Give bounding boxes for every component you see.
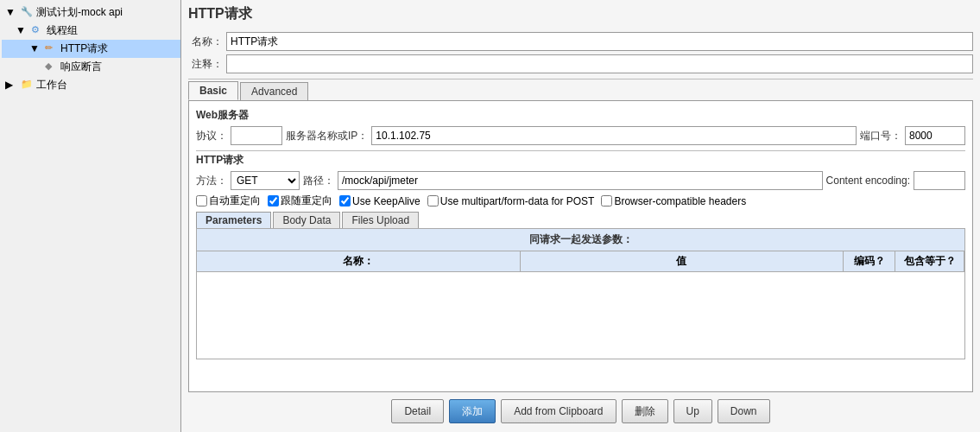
method-form-row: 方法： GET POST PUT DELETE HEAD OPTIONS PAT… [196,171,965,190]
tab-content: Web服务器 协议： 服务器名称或IP： 端口号： HTTP请求 方法： GET… [188,100,973,392]
checkbox-follow-redirect[interactable]: 跟随重定向 [268,194,332,208]
sidebar: ▼ 🔧 测试计划-mock api ▼ ⚙ 线程组 ▼ ✏ HTTP请求 ◆ 响… [0,0,181,432]
detail-button[interactable]: Detail [391,399,444,423]
server-input[interactable] [371,126,857,145]
test-plan-icon: 🔧 [21,6,35,20]
params-body [197,272,964,359]
name-input[interactable] [226,32,973,51]
encoding-label: Content encoding: [826,175,910,187]
server-label: 服务器名称或IP： [286,129,368,143]
sidebar-item-label: HTTP请求 [60,41,108,56]
sidebar-item-label: 响应断言 [60,60,102,74]
col-include: 包含等于？ [895,251,964,271]
multipart-checkbox[interactable] [427,195,439,206]
sub-tab-files-upload[interactable]: Files Upload [342,212,419,228]
params-panel: 同请求一起发送参数： 名称： 值 编码？ 包含等于？ [196,228,965,359]
path-label: 路径： [303,174,334,188]
add-button[interactable]: 添加 [449,399,496,423]
comment-label: 注释： [188,57,223,72]
http-request-title: HTTP请求 [196,153,965,168]
thread-icon: ⚙ [31,24,45,38]
leaf-icon [29,60,43,74]
bottom-buttons: Detail 添加 Add from Clipboard 删除 Up Down [188,392,973,427]
web-server-title: Web服务器 [196,108,965,123]
browser-compat-checkbox[interactable] [601,195,612,206]
sidebar-item-label: 线程组 [47,23,78,38]
expand-icon2: ▼ [16,24,29,38]
separator2 [196,150,965,151]
multipart-label: Use multipart/form-data for POST [440,195,595,207]
delete-button[interactable]: 删除 [622,399,668,423]
params-header: 名称： 值 编码？ 包含等于？ [197,251,964,272]
method-select[interactable]: GET POST PUT DELETE HEAD OPTIONS PATCH [231,171,300,190]
up-button[interactable]: Up [673,399,712,423]
checkbox-browser-compat[interactable]: Browser-compatible headers [601,195,746,207]
panel-title: HTTP请求 [188,5,973,27]
sidebar-item-thread-group[interactable]: ▼ ⚙ 线程组 [2,22,180,40]
checkbox-auto-redirect[interactable]: 自动重定向 [196,194,261,208]
params-send-label: 同请求一起发送参数： [197,229,964,251]
web-server-section: Web服务器 协议： 服务器名称或IP： 端口号： [196,108,965,145]
sidebar-item-http-request[interactable]: ▼ ✏ HTTP请求 [2,40,180,58]
follow-redirect-label: 跟随重定向 [281,194,332,208]
browser-compat-label: Browser-compatible headers [614,195,746,207]
path-input[interactable] [338,171,823,190]
sidebar-item-label: 工作台 [36,78,67,92]
method-label: 方法： [196,174,227,188]
protocol-input[interactable] [231,126,282,145]
sidebar-item-label: 测试计划-mock api [36,5,123,20]
expand-icon3: ▶ [5,79,19,92]
follow-redirect-checkbox[interactable] [268,195,279,206]
workbench-icon: 📁 [21,79,35,92]
checkboxes-row: 自动重定向 跟随重定向 Use KeepAlive Use multipart/… [196,194,965,208]
add-clipboard-button[interactable]: Add from Clipboard [501,399,616,423]
sub-tabs-bar: Parameters Body Data Files Upload [196,212,965,228]
sidebar-item-test-plan[interactable]: ▼ 🔧 测试计划-mock api [2,3,180,22]
protocol-label: 协议： [196,129,227,143]
checkbox-multipart[interactable]: Use multipart/form-data for POST [427,195,595,207]
checkbox-keepalive[interactable]: Use KeepAlive [339,195,420,207]
keepalive-checkbox[interactable] [339,195,351,206]
collapse-icon: ▼ [29,42,43,56]
keepalive-label: Use KeepAlive [352,195,420,207]
sub-tab-parameters[interactable]: Parameters [196,212,271,228]
http-icon: ✏ [45,42,59,56]
auto-redirect-checkbox[interactable] [196,195,207,206]
col-value: 值 [521,251,844,271]
http-request-section: HTTP请求 方法： GET POST PUT DELETE HEAD OPTI… [196,153,965,190]
col-name: 名称： [197,251,521,271]
sidebar-item-assertion[interactable]: ◆ 响应断言 [2,58,180,76]
port-label: 端口号： [860,129,901,143]
assertion-icon: ◆ [45,60,59,74]
server-form-row: 协议： 服务器名称或IP： 端口号： [196,126,965,145]
name-row: 名称： [188,32,973,51]
auto-redirect-label: 自动重定向 [209,194,261,208]
port-input[interactable] [905,126,965,145]
down-button[interactable]: Down [718,399,770,423]
sidebar-item-workbench[interactable]: ▶ 📁 工作台 [2,76,180,94]
separator [188,79,973,79]
tab-advanced[interactable]: Advanced [240,82,308,100]
encoding-input[interactable] [914,171,965,190]
col-encode: 编码？ [844,251,895,271]
main-panel: HTTP请求 名称： 注释： Basic Advanced Web服务器 协议：… [181,0,980,432]
sub-tab-body-data[interactable]: Body Data [273,212,340,228]
tab-basic[interactable]: Basic [188,81,238,100]
expand-icon: ▼ [5,6,19,20]
name-label: 名称： [188,35,223,49]
comment-row: 注释： [188,54,973,73]
main-tabs-bar: Basic Advanced [188,81,973,100]
comment-input[interactable] [226,54,973,73]
